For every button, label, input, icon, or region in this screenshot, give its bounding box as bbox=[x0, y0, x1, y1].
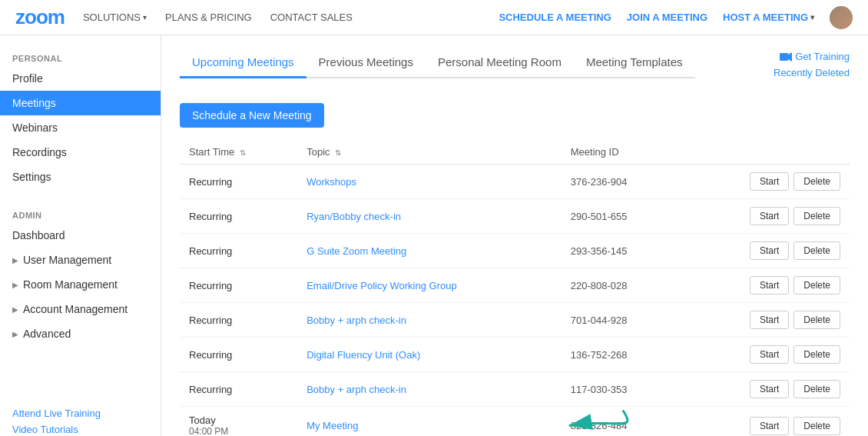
start-button[interactable]: Start bbox=[750, 345, 789, 364]
table-row: RecurringWorkshops376-236-904StartDelete bbox=[180, 165, 850, 199]
topic-link[interactable]: Digital Fluency Unit (Oak) bbox=[306, 349, 420, 361]
start-button[interactable]: Start bbox=[750, 207, 789, 225]
tab-meeting-templates[interactable]: Meeting Templates bbox=[574, 48, 695, 78]
cell-start-time: Recurring bbox=[180, 234, 297, 268]
sidebar-item-room-management[interactable]: ▶ Room Management bbox=[0, 272, 161, 297]
recently-deleted-link[interactable]: Recently Deleted bbox=[774, 67, 850, 78]
sidebar-item-meetings[interactable]: Meetings bbox=[0, 91, 161, 115]
nav-schedule-meeting[interactable]: SCHEDULE A MEETING bbox=[499, 12, 611, 23]
zoom-logo: zoom bbox=[15, 5, 65, 29]
start-button[interactable]: Start bbox=[750, 172, 789, 191]
cell-start-time: Today04:00 PM bbox=[180, 407, 297, 437]
delete-button[interactable]: Delete bbox=[793, 417, 840, 435]
start-button[interactable]: Start bbox=[750, 417, 789, 435]
sidebar-item-webinars[interactable]: Webinars bbox=[0, 115, 161, 140]
delete-button[interactable]: Delete bbox=[793, 380, 840, 398]
sidebar-link-video-tutorials[interactable]: Video Tutorials bbox=[12, 424, 148, 435]
topic-link[interactable]: Ryan/Bobby check-in bbox=[306, 211, 401, 222]
cell-meeting-id: 136-752-268 bbox=[562, 338, 679, 372]
cell-topic: My Meeting bbox=[297, 407, 562, 437]
avatar-image bbox=[830, 6, 853, 29]
table-row: Today04:00 PMMy Meeting823-826-484StartD… bbox=[180, 407, 850, 437]
col-meeting-id: Meeting ID bbox=[562, 140, 679, 165]
time-primary: Recurring bbox=[189, 211, 288, 222]
start-button[interactable]: Start bbox=[750, 311, 789, 329]
sidebar-link-live-training[interactable]: Attend Live Training bbox=[12, 408, 148, 419]
topic-link[interactable]: Email/Drive Policy Working Group bbox=[306, 280, 457, 291]
tab-personal-meeting-room[interactable]: Personal Meeting Room bbox=[426, 48, 574, 78]
time-primary: Today bbox=[189, 414, 288, 426]
delete-button[interactable]: Delete bbox=[793, 276, 840, 295]
table-row: RecurringBobby + arph check-in117-030-35… bbox=[180, 372, 850, 407]
topic-link[interactable]: My Meeting bbox=[306, 420, 358, 431]
table-row: RecurringG Suite Zoom Meeting293-356-145… bbox=[180, 234, 850, 268]
topic-link[interactable]: G Suite Zoom Meeting bbox=[306, 245, 406, 257]
start-button[interactable]: Start bbox=[750, 276, 789, 295]
cell-start-time: Recurring bbox=[180, 268, 297, 303]
meetings-table: Start Time ⇅ Topic ⇅ Meeting ID Recurrin… bbox=[180, 140, 850, 436]
schedule-new-meeting-button[interactable]: Schedule a New Meeting bbox=[180, 103, 324, 128]
cell-meeting-id: 290-501-655 bbox=[562, 199, 679, 234]
delete-button[interactable]: Delete bbox=[793, 345, 840, 364]
svg-marker-1 bbox=[788, 52, 792, 62]
time-primary: Recurring bbox=[189, 245, 288, 257]
chevron-right-icon: ▶ bbox=[12, 281, 18, 289]
get-training-link[interactable]: Get Training bbox=[780, 51, 850, 62]
chevron-right-icon: ▶ bbox=[12, 330, 18, 338]
admin-section-label: ADMIN bbox=[0, 205, 161, 223]
tab-previous-meetings[interactable]: Previous Meetings bbox=[306, 48, 426, 78]
start-button[interactable]: Start bbox=[750, 380, 789, 398]
cell-actions: StartDelete bbox=[679, 338, 850, 372]
topic-link[interactable]: Bobby + arph check-in bbox=[306, 315, 406, 326]
meetings-tabs: Upcoming Meetings Previous Meetings Pers… bbox=[180, 48, 695, 78]
cell-actions: StartDelete bbox=[679, 268, 850, 303]
delete-button[interactable]: Delete bbox=[793, 207, 840, 225]
table-row: RecurringRyan/Bobby check-in290-501-655S… bbox=[180, 199, 850, 234]
sidebar-item-user-management[interactable]: ▶ User Management bbox=[0, 248, 161, 272]
time-primary: Recurring bbox=[189, 384, 288, 395]
nav-left: zoom SOLUTIONS ▾ PLANS & PRICING CONTACT… bbox=[15, 5, 353, 29]
nav-plans[interactable]: PLANS & PRICING bbox=[165, 12, 252, 23]
tab-upcoming-meetings[interactable]: Upcoming Meetings bbox=[180, 48, 306, 78]
avatar[interactable] bbox=[830, 6, 853, 29]
sort-icon-start-time: ⇅ bbox=[240, 148, 246, 157]
time-primary: Recurring bbox=[189, 280, 288, 291]
cell-actions: StartDelete bbox=[679, 234, 850, 268]
delete-button[interactable]: Delete bbox=[793, 172, 840, 191]
sidebar-item-settings[interactable]: Settings bbox=[0, 165, 161, 189]
delete-button[interactable]: Delete bbox=[793, 241, 840, 260]
nav-join-meeting[interactable]: JOIN A MEETING bbox=[627, 12, 707, 23]
cell-topic: Workshops bbox=[297, 165, 562, 199]
time-primary: Recurring bbox=[189, 349, 288, 361]
sidebar-item-advanced[interactable]: ▶ Advanced bbox=[0, 321, 161, 346]
chevron-right-icon: ▶ bbox=[12, 305, 18, 314]
topic-link[interactable]: Workshops bbox=[306, 176, 356, 188]
cell-meeting-id: 701-044-928 bbox=[562, 303, 679, 338]
sidebar-item-profile[interactable]: Profile bbox=[0, 66, 161, 91]
nav-host-meeting[interactable]: HOST A MEETING ▾ bbox=[723, 12, 814, 23]
solutions-chevron-icon: ▾ bbox=[143, 13, 147, 22]
sidebar-item-account-management[interactable]: ▶ Account Management bbox=[0, 297, 161, 321]
start-button[interactable]: Start bbox=[750, 241, 789, 260]
cell-start-time: Recurring bbox=[180, 303, 297, 338]
cell-topic: Digital Fluency Unit (Oak) bbox=[297, 338, 562, 372]
main-content: Upcoming Meetings Previous Meetings Pers… bbox=[161, 35, 868, 436]
cell-start-time: Recurring bbox=[180, 199, 297, 234]
svg-rect-0 bbox=[780, 53, 788, 61]
meetings-table-wrapper: Start Time ⇅ Topic ⇅ Meeting ID Recurrin… bbox=[180, 140, 850, 436]
sidebar-item-dashboard[interactable]: Dashboard bbox=[0, 223, 161, 248]
cell-meeting-id: 376-236-904 bbox=[562, 165, 679, 199]
personal-section-label: PERSONAL bbox=[0, 48, 161, 66]
nav-contact-sales[interactable]: CONTACT SALES bbox=[270, 12, 353, 23]
delete-button[interactable]: Delete bbox=[793, 311, 840, 329]
cell-topic: Bobby + arph check-in bbox=[297, 303, 562, 338]
top-navigation: zoom SOLUTIONS ▾ PLANS & PRICING CONTACT… bbox=[0, 0, 868, 35]
cell-topic: Ryan/Bobby check-in bbox=[297, 199, 562, 234]
nav-solutions[interactable]: SOLUTIONS ▾ bbox=[83, 12, 147, 23]
page-layout: PERSONAL Profile Meetings Webinars Recor… bbox=[0, 35, 868, 436]
sidebar-item-recordings[interactable]: Recordings bbox=[0, 140, 161, 165]
cell-actions: StartDelete bbox=[679, 372, 850, 407]
col-start-time: Start Time ⇅ bbox=[180, 140, 297, 165]
cell-topic: Email/Drive Policy Working Group bbox=[297, 268, 562, 303]
topic-link[interactable]: Bobby + arph check-in bbox=[306, 384, 406, 395]
